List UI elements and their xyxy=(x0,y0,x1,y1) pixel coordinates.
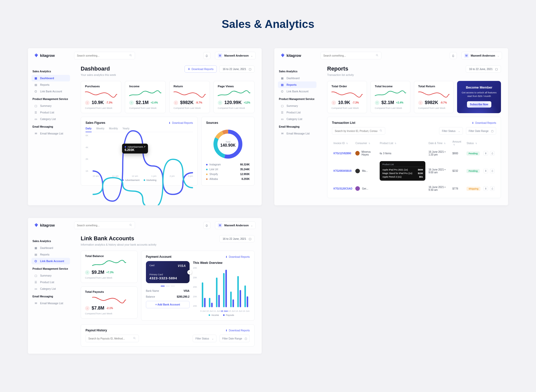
download-link[interactable]: ⬇Download Reports xyxy=(169,122,193,124)
invoice-id[interactable]: KTG/0934S6U0 xyxy=(333,169,351,172)
download-link[interactable]: ⬇Download Reports xyxy=(225,255,250,258)
payout-search-input[interactable] xyxy=(88,337,131,340)
next-card-button[interactable]: › xyxy=(187,270,192,275)
stat-card: Purchases ↓ 10.9K -7.3% Compared from La… xyxy=(81,81,121,113)
download-reports-button[interactable]: ⬇ Download Reports xyxy=(185,65,217,73)
download-row-icon[interactable]: ⬇ xyxy=(483,169,488,173)
table-row[interactable]: KTG/12V82890 Minerva Hayes 🛍 3 Items 16 … xyxy=(332,148,496,159)
sidebar-item-linkbank[interactable]: ⌬Link Bank Account xyxy=(278,88,316,95)
sidebar-item-categorylist[interactable]: ▭Category List xyxy=(31,285,70,292)
sidebar-item-categorylist[interactable]: ▭Category List xyxy=(31,116,70,122)
sidebar-item-reports[interactable]: ▤Reports xyxy=(31,251,70,258)
sidebar-item-summary[interactable]: ▢Summary xyxy=(31,272,70,279)
txn-search-input[interactable] xyxy=(335,130,377,132)
screen-linkbank: kitagrow M Maxwell Anderson ⌄ Sales Anal… xyxy=(28,218,262,354)
note-icon: ▤ xyxy=(34,83,38,86)
sidebar-item-productlist[interactable]: ☰Product List xyxy=(278,109,316,116)
search-input[interactable] xyxy=(77,224,127,227)
sidebar-item-categorylist[interactable]: ▭Category List xyxy=(278,116,316,122)
trend-arrow-icon: ↓ xyxy=(331,100,336,105)
invoice-id[interactable]: KTG/3120CSAD xyxy=(333,187,352,190)
credit-card: CardVISA Primary Card 4323-3323-5894 › xyxy=(146,261,190,283)
section-subtitle: Your sales analytics this week xyxy=(81,73,116,76)
table-header[interactable]: Date & Time ⇅ xyxy=(427,138,451,148)
stat-value: $2.1M xyxy=(136,100,148,105)
search-input[interactable] xyxy=(323,54,374,57)
table-header[interactable]: Invoice ID ⇅ xyxy=(332,138,354,148)
sidebar-item-summary[interactable]: ▢Summary xyxy=(278,103,316,109)
filter-date[interactable]: Filter Date Range▢ xyxy=(220,335,250,342)
note-icon: ▤ xyxy=(34,253,38,256)
print-icon[interactable]: ⎙ xyxy=(490,169,495,173)
sparkline xyxy=(85,295,133,303)
date-range[interactable]: 16 to 22 June, 2021 ▢ xyxy=(466,65,501,73)
notifications-button[interactable] xyxy=(450,52,457,59)
download-link[interactable]: ⬇Download Reports xyxy=(472,122,496,124)
sidebar-item-productlist[interactable]: ☰Product List xyxy=(31,109,70,116)
payout-search[interactable] xyxy=(86,335,139,342)
filter-status[interactable]: Filter Status⌄ xyxy=(193,335,216,342)
section-title: Link Bank Accounts xyxy=(81,235,156,242)
sidebar-item-summary[interactable]: ▢Summary xyxy=(31,103,70,109)
download-row-icon[interactable]: ⬇ xyxy=(483,151,488,156)
user-menu[interactable]: M Maxwell Anderson ⌄ xyxy=(461,52,502,59)
date-range[interactable]: 16 to 22 June, 2021 ▢ xyxy=(219,65,255,73)
invoice-id[interactable]: KTG/12V82890 xyxy=(333,152,351,155)
calendar-icon: ▢ xyxy=(491,130,493,132)
link-icon: ⌬ xyxy=(280,90,284,93)
user-menu[interactable]: M Maxwell Anderson ⌄ xyxy=(215,221,256,229)
link-icon: ⌬ xyxy=(34,90,38,93)
add-bank-button[interactable]: + Add Bank Account xyxy=(146,301,190,308)
stat-delta: -9.7% xyxy=(440,101,447,104)
search-input-wrap[interactable] xyxy=(321,52,381,59)
table-header[interactable]: Amount ⇅ xyxy=(451,138,465,148)
download-link[interactable]: ⬇Download Reports xyxy=(225,329,250,332)
sidebar-item-emaillist[interactable]: ✉Email Message List xyxy=(31,300,70,306)
tab-weekly[interactable]: Weekly xyxy=(96,127,105,130)
tab-daily[interactable]: Daily xyxy=(86,127,92,132)
sidebar-item-dashboard[interactable]: ▦Dashboard xyxy=(278,75,316,81)
download-row-icon[interactable]: ⬇ xyxy=(483,186,488,191)
svg-line-1 xyxy=(131,56,132,57)
logo-icon xyxy=(34,223,39,228)
sidebar-item-emaillist[interactable]: ✉Email Message List xyxy=(31,130,70,137)
sidebar-item-linkbank[interactable]: ⌬Link Bank Account xyxy=(31,258,70,264)
sparkline xyxy=(418,90,449,98)
print-icon[interactable]: ⎙ xyxy=(490,151,495,156)
svg-line-13 xyxy=(135,339,136,339)
table-header[interactable]: Product List ⇅ xyxy=(378,138,427,148)
sidebar-item-emaillist[interactable]: ✉Email Message List xyxy=(278,130,316,137)
total-balance-card: Total Balance ↑ $9.2M +7.3% Compared fro… xyxy=(81,251,138,283)
sales-figures-chart: 6K4K2K1K 10 am11 am12 am1 pm2 pm3 pm Adv… xyxy=(86,134,193,177)
date-range[interactable]: 16 to 22 June, 2021▢ xyxy=(219,235,255,242)
nav-group-email: Email Messaging xyxy=(32,125,69,128)
table-row[interactable]: KTG/0934S6U0 Ma... Product List Apple iP… xyxy=(332,159,496,183)
search-input-wrap[interactable] xyxy=(74,221,135,229)
table-header[interactable]: Consumer ⇅ xyxy=(354,138,378,148)
user-menu[interactable]: M Maxwell Anderson ⌄ xyxy=(215,52,256,59)
sidebar-item-linkbank[interactable]: ⌬Link Bank Account xyxy=(31,88,70,95)
sidebar-item-dashboard[interactable]: ▦Dashboard xyxy=(31,245,70,251)
notifications-button[interactable] xyxy=(203,222,210,229)
tab-yearly[interactable]: Yearly xyxy=(123,127,129,130)
nav-group-product: Product Management Service xyxy=(32,98,69,100)
filter-status[interactable]: Filter Status⌄ xyxy=(439,127,463,135)
txn-search[interactable] xyxy=(332,127,385,135)
sidebar-item-productlist[interactable]: ☰Product List xyxy=(31,279,70,285)
sidebar-item-reports[interactable]: ▤Reports xyxy=(278,81,316,88)
table-header[interactable]: Status ⇅ xyxy=(465,138,482,148)
search-input-wrap[interactable] xyxy=(74,52,135,59)
notifications-button[interactable] xyxy=(203,52,210,59)
tab-monthly[interactable]: Monthly xyxy=(109,127,118,130)
search-input[interactable] xyxy=(77,54,127,57)
chevron-down-icon: ⌄ xyxy=(251,224,253,227)
filter-date[interactable]: Filter Date Range▢ xyxy=(466,127,496,135)
screen-dashboard: kitagrow M Maxwell Anderson ⌄ Sales Anal… xyxy=(28,48,262,205)
status-badge: Pending xyxy=(466,151,480,156)
source-row: Shopify12.993K xyxy=(206,172,250,177)
table-row[interactable]: KTG/3120CSAD Ger... 16 June 2021 • 9:30 … xyxy=(332,183,496,194)
print-icon[interactable]: ⎙ xyxy=(490,186,495,191)
sidebar-item-reports[interactable]: ▤Reports xyxy=(31,81,70,88)
sidebar-item-dashboard[interactable]: ▦Dashboard xyxy=(31,75,70,81)
svg-point-12 xyxy=(133,337,135,339)
